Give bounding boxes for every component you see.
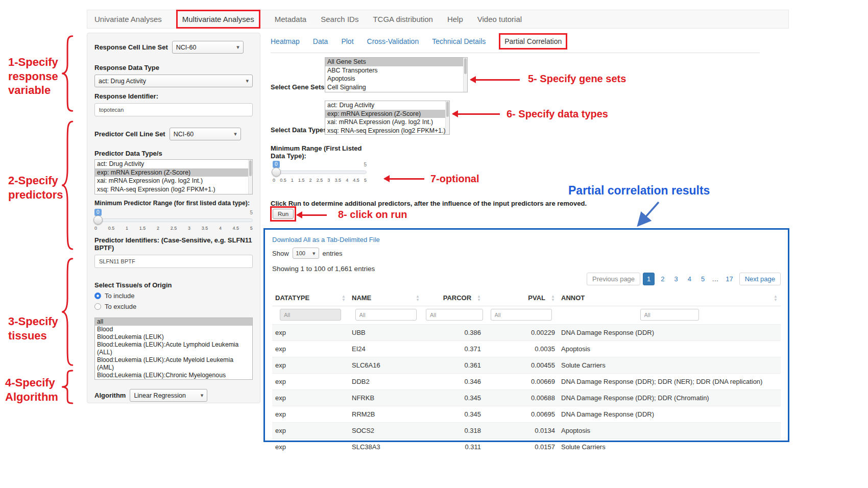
- table-row[interactable]: exp SLC38A3 0.311 0.0157 Solute Carriers: [272, 439, 781, 455]
- tab-heatmap[interactable]: Heatmap: [271, 37, 300, 45]
- option[interactable]: Blood:Leukemia (LEUK):Chronic Myelogenou…: [95, 372, 252, 380]
- annotation-step4: 4-Specify Algorithm: [5, 376, 58, 404]
- slider-handle[interactable]: [93, 215, 103, 225]
- sort-icon[interactable]: ▲▼: [416, 295, 420, 302]
- slider-track[interactable]: [273, 170, 367, 174]
- tab-cross-validation[interactable]: Cross-Validation: [367, 37, 419, 45]
- tab-technical-details[interactable]: Technical Details: [432, 37, 486, 45]
- slider-ticks: 00.511.522.533.544.55: [94, 226, 253, 231]
- chevron-down-icon: ▾: [236, 44, 239, 51]
- col-datatype[interactable]: DATATYPE: [275, 294, 309, 302]
- table-row[interactable]: exp EI24 0.371 0.0035 Apoptosis: [272, 341, 781, 357]
- cell-pval: 0.00455: [484, 357, 558, 374]
- download-all-link[interactable]: Download All as a Tab-Delimited File: [272, 236, 380, 243]
- option[interactable]: xai: mRNA Expression (Avg. log2 Int.): [325, 118, 449, 127]
- option[interactable]: exp: mRNA Expression (Z-Score): [95, 168, 252, 177]
- filter-datatype-input[interactable]: [280, 309, 341, 321]
- predictor-cell-line-select[interactable]: NCI-60 ▾: [170, 128, 241, 140]
- scrollbar[interactable]: [445, 101, 449, 134]
- filter-annot-input[interactable]: [640, 309, 699, 321]
- sort-icon[interactable]: ▲▼: [477, 295, 481, 302]
- filter-parcor-input[interactable]: [426, 309, 483, 321]
- page-1-button[interactable]: 1: [643, 273, 655, 285]
- tab-plot[interactable]: Plot: [341, 37, 353, 45]
- nav-metadata[interactable]: Metadata: [275, 15, 307, 23]
- option[interactable]: All Gene Sets: [325, 58, 467, 66]
- response-data-type-select[interactable]: act: Drug Activity ▾: [94, 75, 253, 87]
- nav-tcga-distribution[interactable]: TCGA distribution: [373, 15, 433, 23]
- option[interactable]: xsq: RNA-seq Expression (log2 FPKM+1.): [325, 127, 449, 135]
- annotation-step7: 7-optional: [430, 173, 479, 185]
- cell-name: EI24: [349, 341, 423, 357]
- brace-response-section: [60, 34, 74, 113]
- table-row[interactable]: exp UBB 0.386 0.00229 DNA Damage Respons…: [272, 325, 781, 341]
- sort-icon[interactable]: ▲▼: [342, 295, 346, 302]
- col-annot[interactable]: ANNOT: [561, 294, 585, 302]
- slider-handle[interactable]: [272, 167, 281, 177]
- option[interactable]: exp: mRNA Expression (Z-Score): [325, 110, 449, 118]
- scrollbar[interactable]: [248, 160, 252, 194]
- predictor-range-slider[interactable]: 0 5 00.511.522.533.544.55: [94, 210, 253, 233]
- predictor-identifiers-label: Predictor Identifiers: (Case-Sensitive, …: [94, 236, 253, 252]
- option[interactable]: xai: mRNA Expression (Avg. log2 Int.): [95, 177, 252, 185]
- annotation-results-title: Partial correlation results: [568, 184, 710, 198]
- option[interactable]: all: [95, 318, 252, 326]
- annotation-box-run: Run: [270, 206, 296, 222]
- filter-name-input[interactable]: [355, 309, 417, 321]
- option[interactable]: Blood:Leukemia (LEUK): [95, 333, 252, 341]
- table-row[interactable]: exp SLC6A16 0.361 0.00455 Solute Carrier…: [272, 357, 781, 374]
- entries-per-page-select[interactable]: 100 ▾: [293, 248, 319, 259]
- min-range-slider[interactable]: 0 5 00.511.522.533.544.55: [273, 162, 367, 185]
- algorithm-select[interactable]: Linear Regression ▾: [130, 389, 207, 402]
- tissue-exclude-option[interactable]: To exclude: [94, 303, 253, 310]
- tab-data[interactable]: Data: [313, 37, 328, 45]
- sort-icon[interactable]: ▲▼: [774, 295, 778, 302]
- option[interactable]: Blood:Leukemia (LEUK):Acute Myeloid Leuk…: [95, 356, 252, 372]
- page-17-button[interactable]: 17: [722, 273, 736, 285]
- nav-search-ids[interactable]: Search IDs: [321, 15, 358, 23]
- sort-icon[interactable]: ▲▼: [551, 295, 555, 302]
- table-row[interactable]: exp NFRKB 0.345 0.00688 DNA Damage Respo…: [272, 390, 781, 406]
- option[interactable]: ABC Transporters: [325, 66, 467, 75]
- nav-multivariate-analyses[interactable]: Multivariate Analyses: [182, 15, 254, 23]
- filter-pval-input[interactable]: [491, 309, 552, 321]
- cell-pval: 0.00229: [484, 325, 558, 341]
- option[interactable]: xsq: RNA-seq Expression (log2 FPKM+1.): [95, 185, 252, 194]
- option[interactable]: Blood: [95, 326, 252, 333]
- previous-page-button[interactable]: Previous page: [587, 273, 640, 285]
- table-row[interactable]: exp SOCS2 0.318 0.0134 Apoptosis: [272, 423, 781, 439]
- table-row[interactable]: exp RRM2B 0.345 0.00695 DNA Damage Respo…: [272, 406, 781, 423]
- col-name[interactable]: NAME: [352, 294, 371, 302]
- col-parcor[interactable]: PARCOR: [443, 294, 471, 302]
- tissue-include-option[interactable]: To include: [94, 292, 253, 300]
- option[interactable]: Apoptosis: [325, 75, 467, 83]
- nav-univariate-analyses[interactable]: Univariate Analyses: [94, 15, 162, 23]
- predictor-identifiers-input[interactable]: [94, 255, 253, 268]
- table-row[interactable]: exp DDB2 0.346 0.00669 DNA Damage Respon…: [272, 374, 781, 390]
- cell-datatype: exp: [272, 325, 349, 341]
- tab-partial-correlation[interactable]: Partial Correlation: [504, 37, 562, 45]
- option[interactable]: Cell Signaling: [325, 83, 467, 92]
- page-2-button[interactable]: 2: [657, 273, 668, 285]
- nav-video-tutorial[interactable]: Video tutorial: [477, 15, 522, 23]
- data-types-label: Select Data Types: [271, 126, 327, 134]
- annotation-box-multivariate: Multivariate Analyses: [176, 10, 260, 29]
- option[interactable]: act: Drug Activity: [95, 160, 252, 168]
- page-3-button[interactable]: 3: [671, 273, 682, 285]
- col-pval[interactable]: PVAL: [528, 294, 545, 302]
- annotation-step5: 5- Specify gene sets: [528, 72, 626, 85]
- entries-per-page-value: 100: [296, 250, 305, 256]
- nav-help[interactable]: Help: [447, 15, 463, 23]
- option[interactable]: Blood:Leukemia (LEUK):Acute Lymphoid Leu…: [95, 341, 252, 356]
- page-4-button[interactable]: 4: [684, 273, 695, 285]
- response-identifier-input[interactable]: [94, 103, 253, 116]
- option[interactable]: act: Drug Activity: [325, 101, 449, 110]
- cell-datatype: exp: [272, 423, 349, 439]
- response-cell-line-select[interactable]: NCI-60 ▾: [172, 41, 244, 54]
- page-5-button[interactable]: 5: [697, 273, 708, 285]
- run-button[interactable]: Run: [273, 209, 294, 219]
- slider-track[interactable]: [94, 218, 253, 222]
- next-page-button[interactable]: Next page: [739, 273, 781, 285]
- scrollbar[interactable]: [463, 58, 467, 92]
- slider-value-badge: 0: [273, 161, 280, 168]
